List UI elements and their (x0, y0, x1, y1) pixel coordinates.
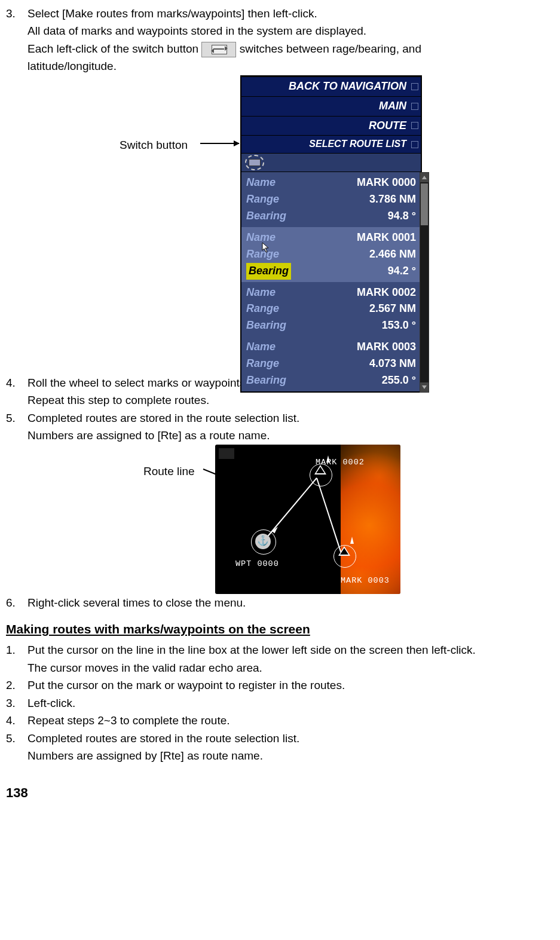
mark3-bearing: 255.0 ° (382, 372, 416, 389)
step3-line4: latitude/longitude. (27, 57, 560, 75)
step3-line1: Select [Make routes from marks/waypoints… (27, 5, 317, 22)
mark-item-1-selected[interactable]: NameMARK 0001 Range2.466 NM Bearing94.2 … (241, 227, 421, 282)
b5-line2: Numbers are assigned by [Rte] as route n… (27, 747, 560, 764)
step6-line1: Right-click several times to close the m… (27, 594, 246, 611)
step5-number: 5. (6, 409, 27, 427)
b5-line1: Completed routes are stored in the route… (27, 730, 299, 747)
step4-number: 4. (6, 374, 27, 391)
switch-button-label: Switch button (120, 136, 188, 154)
b4-number: 4. (6, 712, 27, 729)
mark0-name: MARK 0000 (357, 174, 416, 191)
mark-item-2[interactable]: NameMARK 0002 Range2.567 NM Bearing153.0… (241, 282, 421, 337)
b1-number: 1. (6, 641, 27, 659)
nav-select-route-list[interactable]: SELECT ROUTE LIST (241, 136, 421, 153)
mark0-bearing: 94.8 ° (388, 208, 416, 225)
switch-button[interactable] (241, 154, 421, 172)
b1-line1: Put the cursor on the line in the line b… (27, 641, 476, 659)
label-mark-0002: MARK 0002 (316, 457, 365, 469)
section-heading: Making routes with marks/waypoints on th… (6, 620, 560, 639)
nav-back-label: BACK TO NAVIGATION (289, 78, 406, 95)
step5-line1: Completed routes are stored in the route… (27, 409, 299, 427)
label-bearing: Bearing (246, 372, 286, 389)
nav-main-label: MAIN (379, 98, 406, 115)
route-list-panel: BACK TO NAVIGATION MAIN ROUTE SELECT ROU… (240, 75, 422, 393)
route-line-segment (316, 477, 341, 552)
label-mark-0003: MARK 0003 (341, 575, 390, 587)
nav-route[interactable]: ROUTE (241, 117, 421, 136)
label-name: Name (246, 284, 276, 301)
waypoint-wpt-0000: ⚓ (251, 529, 275, 553)
scrollbar[interactable] (420, 172, 429, 393)
b1-line2: The cursor moves in the valid radar echo… (27, 659, 560, 676)
radar-corner-box (219, 448, 234, 459)
nav-back[interactable]: BACK TO NAVIGATION (241, 77, 421, 96)
label-range: Range (246, 191, 279, 208)
figure-route-list: Switch button BACK TO NAVIGATION MAIN RO… (78, 75, 532, 374)
mark1-bearing: 94.2 ° (388, 263, 416, 280)
label-range: Range (246, 301, 279, 317)
mark2-range: 2.567 NM (369, 301, 416, 317)
scroll-down-icon[interactable] (420, 382, 429, 392)
mark1-range: 2.466 NM (369, 246, 416, 263)
mark2-name: MARK 0002 (357, 284, 416, 301)
mark-item-3[interactable]: NameMARK 0003 Range4.073 NM Bearing255.0… (241, 336, 421, 391)
mark1-name: MARK 0001 (357, 229, 416, 246)
label-bearing: Bearing (246, 263, 291, 280)
scroll-thumb[interactable] (421, 183, 428, 225)
label-bearing: Bearing (246, 208, 286, 225)
b3-line1: Left-click. (27, 694, 75, 712)
step3-line3b: switches between rage/bearing, and (240, 42, 421, 55)
radar-display: ⚓ MARK 0002 WPT 0000 MARK 0003 (215, 445, 400, 594)
b4-line1: Repeat steps 2~3 to complete the route. (27, 712, 230, 729)
page-number: 138 (6, 783, 560, 803)
label-bearing: Bearing (246, 317, 286, 334)
nav-route-label: ROUTE (369, 118, 406, 134)
mark0-range: 3.786 NM (369, 191, 416, 208)
switch-icon (245, 155, 264, 170)
switch-button-icon (201, 42, 236, 57)
mark-item-0[interactable]: NameMARK 0000 Range3.786 NM Bearing94.8 … (241, 172, 421, 227)
route-line-label: Route line (143, 463, 195, 480)
step5-line2: Numbers are assigned to [Rte] as a route… (27, 427, 560, 444)
step4-line2: Repeat this step to complete routes. (27, 391, 560, 409)
label-name: Name (246, 174, 276, 191)
label-wpt-0000: WPT 0000 (235, 558, 279, 571)
step3-line2: All data of marks and waypoints stored i… (27, 22, 560, 39)
b2-line1: Put the cursor on the mark or waypoint t… (27, 676, 345, 694)
label-range: Range (246, 356, 279, 372)
figure-radar: Route line ⚓ MARK 0002 WPT 0000 MARK 000… (137, 445, 520, 594)
nav-select-label: SELECT ROUTE LIST (309, 137, 406, 152)
scroll-up-icon[interactable] (420, 173, 429, 182)
b3-number: 3. (6, 694, 27, 712)
step3-number: 3. (6, 5, 27, 22)
label-name: Name (246, 229, 276, 246)
b2-number: 2. (6, 676, 27, 694)
arrow-icon (200, 143, 239, 144)
b5-number: 5. (6, 730, 27, 747)
mark2-bearing: 153.0 ° (382, 317, 416, 334)
step3-line3a: Each left-click of the switch button (27, 42, 198, 55)
label-name: Name (246, 339, 276, 356)
step6-number: 6. (6, 594, 27, 611)
mark3-range: 4.073 NM (369, 356, 416, 372)
nav-main[interactable]: MAIN (241, 97, 421, 116)
mark3-name: MARK 0003 (357, 339, 416, 356)
label-range: Range (246, 246, 279, 263)
